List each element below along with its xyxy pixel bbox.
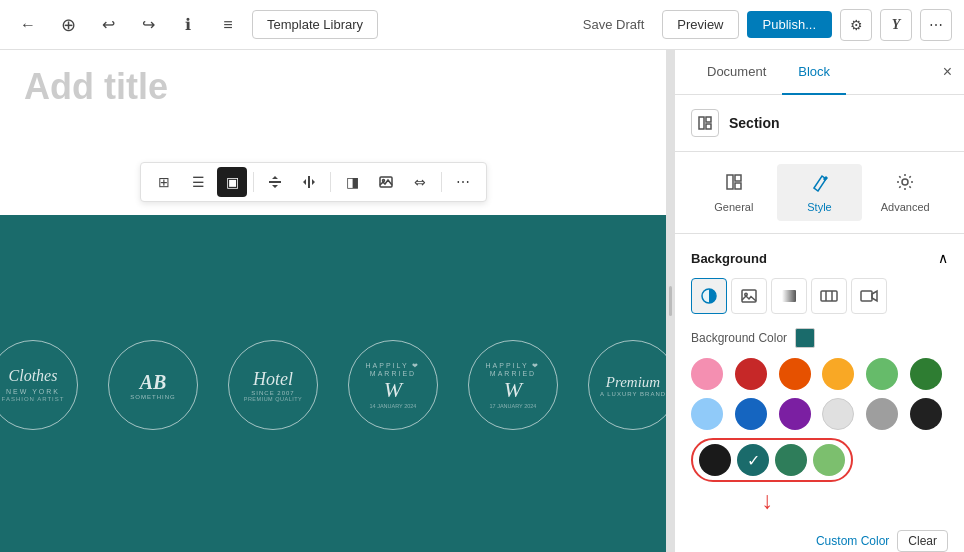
resize-grip: [669, 286, 672, 316]
color-light-green[interactable]: [866, 358, 898, 390]
align-left-button[interactable]: ☰: [183, 167, 213, 197]
top-toolbar: ← ⊕ ↩ ↪ ℹ ≡ Template Library Save Draft …: [0, 0, 964, 50]
logo-4: HAPPILY ❤ MARRIED W 14 JANUARY 2024: [348, 340, 438, 430]
settings-button[interactable]: ⚙: [840, 9, 872, 41]
svg-rect-1: [308, 176, 310, 188]
tab-style[interactable]: Style: [777, 164, 863, 221]
svg-rect-5: [706, 117, 711, 122]
color-pink[interactable]: [691, 358, 723, 390]
red-arrow-icon: ↑: [761, 490, 773, 518]
bg-color-button[interactable]: ◨: [337, 167, 367, 197]
block-button[interactable]: ▣: [217, 167, 247, 197]
add-title-placeholder: Add title: [0, 50, 666, 124]
gear-icon: ⚙: [850, 17, 863, 33]
color-light-blue[interactable]: [691, 398, 723, 430]
undo-icon: ↩: [102, 15, 115, 34]
svg-rect-8: [735, 175, 741, 181]
bg-slideshow-tab[interactable]: [811, 278, 847, 314]
logo-2: AB SOMETHING: [108, 340, 198, 430]
info-button[interactable]: ℹ: [172, 9, 204, 41]
general-label: General: [714, 201, 753, 213]
color-yellow[interactable]: [822, 358, 854, 390]
tab-document[interactable]: Document: [691, 50, 782, 95]
color-sage[interactable]: [813, 444, 845, 476]
bg-color-row: Background Color: [691, 328, 948, 348]
color-red[interactable]: [735, 358, 767, 390]
logo-5: HAPPILY ❤ MARRIED W 17 JANUARY 2024: [468, 340, 558, 430]
tab-advanced[interactable]: Advanced: [862, 164, 948, 221]
tab-block[interactable]: Block: [782, 50, 846, 95]
add-icon: ⊕: [61, 14, 76, 36]
menu-button[interactable]: ≡: [212, 9, 244, 41]
custom-color-link[interactable]: Custom Color: [816, 534, 889, 548]
svg-rect-9: [735, 183, 741, 189]
color-light-gray[interactable]: [822, 398, 854, 430]
color-purple[interactable]: [779, 398, 811, 430]
svg-rect-4: [699, 117, 704, 129]
section-label: Section: [729, 115, 780, 131]
undo-button[interactable]: ↩: [92, 9, 124, 41]
color-forest[interactable]: [775, 444, 807, 476]
bg-image-tab[interactable]: [731, 278, 767, 314]
publish-button[interactable]: Publish...: [747, 11, 832, 38]
color-teal-selected[interactable]: ✓: [737, 444, 769, 476]
y-icon: Y: [892, 17, 901, 33]
color-dark-green[interactable]: [910, 358, 942, 390]
section-block-icon: [691, 109, 719, 137]
bg-color-tab[interactable]: [691, 278, 727, 314]
image-button[interactable]: [371, 167, 401, 197]
color-black[interactable]: [910, 398, 942, 430]
color-gray[interactable]: [866, 398, 898, 430]
redo-button[interactable]: ↪: [132, 9, 164, 41]
svg-rect-6: [706, 124, 711, 129]
style-label: Style: [807, 201, 831, 213]
redo-icon: ↪: [142, 15, 155, 34]
bg-gradient-tab[interactable]: [771, 278, 807, 314]
add-button[interactable]: ⊕: [52, 9, 84, 41]
panel-tabs: Document Block ×: [675, 50, 964, 95]
color-grid-row1: [691, 358, 948, 390]
color-grid-row2: [691, 398, 948, 430]
color-blue[interactable]: [735, 398, 767, 430]
right-panel: Document Block × Section General: [674, 50, 964, 552]
valign-button[interactable]: [260, 167, 290, 197]
y-button[interactable]: Y: [880, 9, 912, 41]
logo-6: Premium A LUXURY BRAND: [588, 340, 666, 430]
color-very-dark[interactable]: [699, 444, 731, 476]
background-label: Background: [691, 251, 767, 266]
toolbar-divider-2: [330, 172, 331, 192]
clear-button[interactable]: Clear: [897, 530, 948, 552]
template-library-button[interactable]: Template Library: [252, 10, 378, 39]
back-icon: ←: [20, 16, 36, 34]
tab-general[interactable]: General: [691, 164, 777, 221]
selected-row: ✓: [691, 438, 853, 482]
save-draft-button[interactable]: Save Draft: [573, 11, 654, 38]
panel-close-button[interactable]: ×: [943, 63, 952, 81]
toolbar-divider-1: [253, 172, 254, 192]
menu-icon: ≡: [223, 16, 232, 34]
custom-clear-row: Custom Color Clear: [691, 530, 948, 552]
background-section: Background ∧: [675, 234, 964, 552]
color-orange[interactable]: [779, 358, 811, 390]
resize-handle[interactable]: [666, 50, 674, 552]
grid-view-button[interactable]: ⊞: [149, 167, 179, 197]
bg-video-tab[interactable]: [851, 278, 887, 314]
editor-area: Add title ⊞ ☰ ▣ ◨ ⇔ ⋯: [0, 50, 666, 552]
halign-button[interactable]: [294, 167, 324, 197]
svg-rect-15: [821, 291, 837, 301]
more-block-options-button[interactable]: ⋯: [448, 167, 478, 197]
bg-section-header: Background ∧: [691, 250, 948, 266]
block-toolbar: ⊞ ☰ ▣ ◨ ⇔ ⋯: [140, 162, 487, 202]
back-button[interactable]: ←: [12, 9, 44, 41]
more-options-button[interactable]: ⋯: [920, 9, 952, 41]
logo-1: Clothes NEW YORK FASHION ARTIST: [0, 340, 78, 430]
preview-button[interactable]: Preview: [662, 10, 738, 39]
svg-rect-0: [269, 181, 281, 183]
section-heading: Section: [675, 95, 964, 152]
checkmark-icon: ✓: [747, 451, 760, 470]
bg-color-swatch[interactable]: [795, 328, 815, 348]
toolbar-divider-3: [441, 172, 442, 192]
info-icon: ℹ: [185, 15, 191, 34]
svg-rect-14: [782, 290, 796, 302]
fullwidth-button[interactable]: ⇔: [405, 167, 435, 197]
